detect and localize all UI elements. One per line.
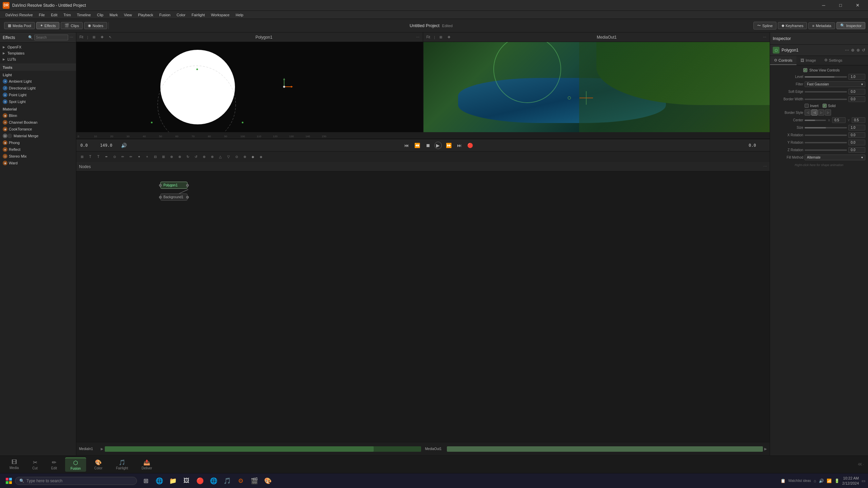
menu-help[interactable]: Help bbox=[233, 12, 246, 18]
taskbar-app-5[interactable]: 🔴 bbox=[194, 475, 206, 487]
menu-timeline[interactable]: Timeline bbox=[74, 12, 94, 18]
tab-settings[interactable]: ⚙ Settings bbox=[820, 56, 847, 65]
z-rotation-value[interactable]: 0.0 bbox=[848, 147, 865, 153]
menu-mark[interactable]: Mark bbox=[107, 12, 120, 18]
inspector-reset-btn[interactable]: ↺ bbox=[862, 48, 865, 53]
center-slider[interactable] bbox=[805, 120, 826, 121]
taskbar-paint[interactable]: 🎨 bbox=[262, 475, 274, 487]
viewer-fit-btn[interactable]: Fit bbox=[78, 34, 85, 41]
go-end-button[interactable]: ⏭ bbox=[456, 142, 463, 149]
transform-gizmo[interactable] bbox=[274, 77, 294, 98]
directional-light-item[interactable]: ↗ Directional Light bbox=[0, 85, 76, 92]
timeline-track-main[interactable] bbox=[105, 446, 421, 452]
left-handle[interactable] bbox=[151, 122, 153, 123]
viewer-fit-btn-r[interactable]: Fit bbox=[425, 34, 432, 41]
menu-workspace[interactable]: Workspace bbox=[208, 12, 232, 18]
vbt-btn-2[interactable]: T bbox=[86, 153, 94, 161]
taskbar-deliver[interactable]: 📤 Deliver bbox=[136, 458, 158, 471]
phong-item[interactable]: ◉ Phong bbox=[0, 139, 76, 146]
vbt-btn-19[interactable]: ▽ bbox=[225, 153, 232, 161]
vbt-btn-5[interactable]: ⊙ bbox=[111, 153, 118, 161]
menu-fairlight[interactable]: Fairlight bbox=[189, 12, 208, 18]
nodes-canvas[interactable]: Polygon1 Background1 bbox=[76, 171, 770, 442]
vbt-btn-20[interactable]: ⊙ bbox=[233, 153, 240, 161]
background1-node[interactable]: Background1 bbox=[160, 194, 188, 201]
clips-button[interactable]: 🎬 Clips bbox=[61, 22, 82, 29]
size-value[interactable]: 1.0 bbox=[848, 125, 865, 130]
level-value[interactable]: 1.0 bbox=[848, 74, 865, 80]
x-rotation-slider[interactable] bbox=[805, 135, 847, 136]
windows-search-box[interactable]: 🔍 Type here to search bbox=[15, 477, 137, 485]
taskbar-app-view[interactable]: ⊞ bbox=[140, 475, 152, 487]
effects-search-input[interactable] bbox=[34, 35, 68, 40]
taskbar-color[interactable]: 🎨 Color bbox=[89, 458, 108, 471]
taskbar-spotify[interactable]: 🎵 bbox=[221, 475, 233, 487]
menu-view[interactable]: View bbox=[121, 12, 135, 18]
border-style-left2-btn[interactable]: ◁ bbox=[811, 109, 817, 116]
taskbar-fusion[interactable]: ⬡ Fusion bbox=[65, 458, 86, 472]
tray-network-icon[interactable]: 📶 bbox=[827, 479, 832, 483]
volume-icon[interactable]: 🔊 bbox=[120, 142, 128, 149]
channel-boolean-item[interactable]: ⊗ Channel Boolean bbox=[0, 119, 76, 126]
vbt-btn-22[interactable]: ◆ bbox=[249, 153, 257, 161]
viewer-zoom-btn-r[interactable]: ⊞ bbox=[437, 34, 445, 41]
go-start-button[interactable]: ⏮ bbox=[403, 142, 410, 149]
taskbar-cut[interactable]: ✂ Cut bbox=[27, 458, 43, 471]
tree-item-luts[interactable]: ▶ LUTs bbox=[0, 56, 76, 62]
vbt-btn-11[interactable]: ⊞ bbox=[160, 153, 167, 161]
menu-clip[interactable]: Clip bbox=[94, 12, 106, 18]
inspector-more-btn[interactable]: ⋯ bbox=[845, 48, 849, 53]
tray-battery-icon[interactable]: 🔋 bbox=[834, 479, 840, 483]
nodes-button[interactable]: ◉ Nodes bbox=[84, 22, 107, 29]
tray-notify-icon[interactable]: ⌂ bbox=[814, 479, 816, 483]
minimize-button[interactable]: ─ bbox=[816, 0, 831, 11]
loop-button[interactable]: 🔴 bbox=[466, 142, 474, 149]
cooktorrance-item[interactable]: ◉ CookTorrance bbox=[0, 126, 76, 133]
vbt-btn-21[interactable]: ⊕ bbox=[241, 153, 249, 161]
tree-item-templates[interactable]: ▶ Templates bbox=[0, 50, 76, 56]
blinn-item[interactable]: ◉ Blinn bbox=[0, 112, 76, 119]
z-rotation-slider[interactable] bbox=[805, 149, 847, 151]
tray-show-desktop[interactable]: ▭ bbox=[862, 479, 865, 483]
menu-playback[interactable]: Playback bbox=[135, 12, 156, 18]
taskbar-davinci[interactable]: 🎬 bbox=[248, 475, 260, 487]
ambient-light-item[interactable]: ☀ Ambient Light bbox=[0, 78, 76, 85]
windows-start-button[interactable] bbox=[3, 475, 15, 487]
border-width-slider[interactable] bbox=[805, 99, 847, 100]
ward-item[interactable]: ◉ Ward bbox=[0, 160, 76, 166]
vbt-btn-12[interactable]: ⊕ bbox=[168, 153, 175, 161]
viewer-pan-btn-r[interactable]: ✥ bbox=[445, 34, 453, 41]
taskbar-chrome[interactable]: 🌐 bbox=[208, 475, 220, 487]
vbt-btn-14[interactable]: ↻ bbox=[184, 153, 192, 161]
timeline-track-out[interactable] bbox=[447, 446, 763, 452]
vbt-btn-8[interactable]: ✦ bbox=[135, 153, 143, 161]
reflect-item[interactable]: ◈ Reflect bbox=[0, 146, 76, 153]
viewer-select-btn[interactable]: ↖ bbox=[106, 34, 114, 41]
right-canvas[interactable] bbox=[423, 42, 770, 132]
point-light-item[interactable]: ● Point Light bbox=[0, 92, 76, 98]
viewer-more-btn[interactable]: ⋯ bbox=[414, 34, 421, 41]
soft-edge-slider[interactable] bbox=[805, 91, 847, 93]
polygon1-node[interactable]: Polygon1 bbox=[160, 182, 188, 189]
taskbar-resolve[interactable]: ⚙ bbox=[235, 475, 247, 487]
tray-watchlist[interactable]: 📋 bbox=[781, 479, 786, 483]
size-slider[interactable] bbox=[805, 127, 847, 128]
right-handle[interactable] bbox=[242, 122, 243, 123]
border-width-value[interactable]: 0.0 bbox=[848, 96, 865, 102]
taskbar-media[interactable]: 🎞 Media bbox=[4, 458, 24, 471]
vbt-btn-17[interactable]: ⊗ bbox=[209, 153, 216, 161]
keyframes-button[interactable]: ◆ Keyframes bbox=[778, 22, 807, 29]
taskbar-explorer[interactable]: 📁 bbox=[167, 475, 179, 487]
effects-button[interactable]: ✦ Effects bbox=[36, 22, 59, 29]
vbt-btn-9[interactable]: + bbox=[143, 153, 151, 161]
vbt-btn-6[interactable]: ✏ bbox=[119, 153, 126, 161]
inspector-button[interactable]: 🔍 Inspector bbox=[836, 22, 865, 29]
taskbar-photos[interactable]: 🖼 bbox=[180, 475, 193, 487]
stop-button[interactable]: ⏹ bbox=[424, 142, 432, 149]
nodes-more-icon[interactable]: ⋯ bbox=[763, 164, 767, 169]
viewer-zoom-btn[interactable]: ⊞ bbox=[90, 34, 98, 41]
tab-controls[interactable]: ⊙ Controls bbox=[770, 56, 796, 65]
spline-button[interactable]: 〜 Spline bbox=[753, 22, 776, 29]
left-canvas[interactable] bbox=[76, 42, 423, 132]
maximize-button[interactable]: □ bbox=[833, 0, 848, 11]
